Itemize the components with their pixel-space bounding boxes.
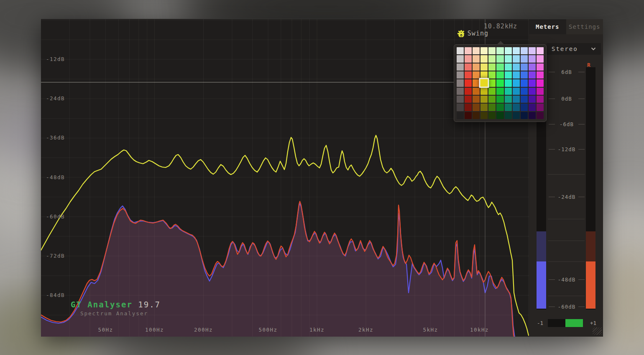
palette-cell[interactable] (537, 88, 544, 95)
palette-cell[interactable] (521, 79, 528, 86)
palette-cell[interactable] (529, 104, 536, 111)
palette-cell[interactable] (537, 104, 544, 111)
palette-cell[interactable] (521, 63, 528, 71)
palette-cell[interactable] (480, 104, 488, 111)
palette-cell[interactable] (457, 104, 464, 111)
palette-cell[interactable] (473, 47, 480, 54)
palette-cell[interactable] (473, 71, 480, 79)
palette-cell[interactable] (521, 71, 528, 79)
palette-cell[interactable] (537, 47, 544, 54)
palette-cell[interactable] (505, 88, 512, 95)
color-droplet-icon[interactable] (492, 30, 499, 37)
palette-cell[interactable] (505, 47, 512, 54)
palette-cell[interactable] (480, 112, 488, 119)
palette-cell[interactable] (537, 55, 544, 62)
nudge-plus-label[interactable]: +1 (590, 320, 596, 326)
palette-cell[interactable] (496, 88, 503, 95)
palette-cell[interactable] (537, 63, 544, 71)
palette-cell[interactable] (480, 63, 488, 71)
palette-cell[interactable] (529, 55, 536, 62)
palette-cell[interactable] (505, 71, 512, 79)
palette-cell[interactable] (505, 63, 512, 71)
palette-cell[interactable] (505, 104, 512, 111)
palette-cell[interactable] (488, 96, 496, 103)
palette-cell[interactable] (529, 96, 536, 103)
palette-cell[interactable] (521, 104, 528, 111)
resize-grip[interactable] (593, 327, 602, 335)
palette-cell[interactable] (457, 79, 464, 86)
palette-cell[interactable] (529, 88, 536, 95)
palette-cell[interactable] (529, 112, 536, 119)
palette-cell[interactable] (480, 47, 488, 54)
palette-cell[interactable] (480, 55, 488, 62)
palette-cell[interactable] (521, 55, 528, 62)
palette-cell[interactable] (513, 104, 520, 111)
palette-cell[interactable] (488, 55, 496, 62)
palette-cell[interactable] (473, 55, 480, 62)
palette-cell[interactable] (537, 112, 544, 119)
palette-cell[interactable] (465, 88, 472, 95)
palette-cell[interactable] (457, 88, 464, 95)
palette-cell[interactable] (505, 79, 512, 86)
palette-cell[interactable] (521, 88, 528, 95)
delete-trash-icon[interactable] (503, 30, 510, 37)
palette-cell[interactable] (521, 96, 528, 103)
palette-cell[interactable] (529, 71, 536, 79)
palette-cell[interactable] (513, 112, 520, 119)
channel-select-dropdown[interactable]: Stereo (547, 43, 601, 55)
palette-cell[interactable] (473, 112, 480, 119)
palette-cell[interactable] (496, 104, 503, 111)
palette-cell[interactable] (457, 63, 464, 71)
palette-cell[interactable] (465, 63, 472, 71)
palette-cell[interactable] (465, 96, 472, 103)
palette-cell[interactable] (496, 112, 503, 119)
palette-cell[interactable] (457, 55, 464, 62)
palette-cell[interactable] (505, 55, 512, 62)
palette-cell[interactable] (480, 96, 488, 103)
palette-cell[interactable] (473, 104, 480, 111)
palette-cell[interactable] (488, 71, 496, 79)
palette-cell[interactable] (488, 112, 496, 119)
palette-cell[interactable] (513, 63, 520, 71)
palette-cell[interactable] (465, 79, 472, 86)
palette-cell[interactable] (513, 47, 520, 54)
palette-cell[interactable] (529, 79, 536, 86)
palette-cell[interactable] (496, 96, 503, 103)
palette-cell[interactable] (457, 96, 464, 103)
palette-cell[interactable] (496, 79, 503, 86)
palette-cell[interactable] (496, 63, 503, 71)
palette-cell[interactable] (513, 71, 520, 79)
palette-cell[interactable] (473, 63, 480, 71)
palette-cell[interactable] (488, 88, 496, 95)
palette-cell[interactable] (521, 112, 528, 119)
nudge-minus-label[interactable]: -1 (537, 320, 543, 326)
palette-cell[interactable] (537, 71, 544, 79)
palette-cell[interactable] (496, 55, 503, 62)
palette-cell[interactable] (488, 79, 496, 86)
palette-cell[interactable] (473, 96, 480, 103)
palette-cell[interactable] (465, 112, 472, 119)
palette-cell[interactable] (513, 88, 520, 95)
palette-cell[interactable] (529, 63, 536, 71)
spectrum-display[interactable]: -12dB-24dB-36dB-48dB-60dB-72dB-84dB50Hz1… (41, 19, 529, 337)
palette-cell[interactable] (537, 79, 544, 86)
palette-cell[interactable] (513, 96, 520, 103)
palette-cell[interactable] (480, 88, 488, 95)
palette-cell[interactable] (457, 112, 464, 119)
palette-cell[interactable] (537, 96, 544, 103)
palette-cell[interactable] (513, 55, 520, 62)
palette-cell[interactable] (505, 96, 512, 103)
palette-cell-selected[interactable] (479, 78, 489, 88)
tab-meters[interactable]: Meters (529, 19, 566, 34)
palette-cell[interactable] (505, 112, 512, 119)
palette-cell[interactable] (465, 71, 472, 79)
palette-cell[interactable] (488, 47, 496, 54)
tab-settings[interactable]: Settings (566, 19, 603, 34)
palette-cell[interactable] (457, 47, 464, 54)
palette-cell[interactable] (513, 79, 520, 86)
palette-cell[interactable] (457, 71, 464, 79)
close-x-icon[interactable] (514, 30, 521, 37)
palette-cell[interactable] (496, 47, 503, 54)
palette-cell[interactable] (529, 47, 536, 54)
palette-cell[interactable] (521, 47, 528, 54)
